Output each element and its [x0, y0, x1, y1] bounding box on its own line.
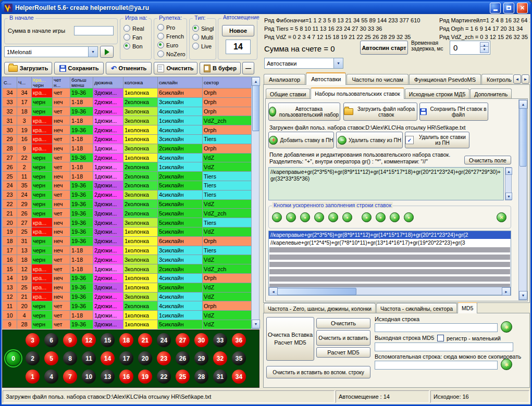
- roulette-number-18[interactable]: 18: [119, 333, 133, 347]
- preset-combobox[interactable]: 1Melonati ▼: [4, 46, 98, 57]
- roulette-number-6[interactable]: 6: [44, 333, 58, 347]
- roulette-number-22[interactable]: 22: [157, 370, 171, 384]
- list-item[interactable]: //карелевые+gr(1*2*4*5)+gr(7*8*10*11)+gr…: [269, 239, 511, 247]
- tab-Частота - сиклайны, сектора[interactable]: Частота - сиклайны, сектора: [376, 303, 457, 313]
- maximize-button[interactable]: [503, 3, 514, 14]
- roulette-number-19[interactable]: 19: [138, 370, 152, 384]
- title-bar[interactable]: HelperRoullet 5.6- create helperroullet@…: [2, 2, 530, 14]
- editor-scrollbar[interactable]: ▲ ▼: [505, 167, 512, 200]
- tab-Анализатор[interactable]: Анализатор: [264, 74, 305, 85]
- minimize-button[interactable]: [490, 3, 501, 14]
- roulette-number-21[interactable]: 21: [138, 333, 152, 347]
- md5-source-input[interactable]: [375, 323, 498, 332]
- roulette-number-25[interactable]: 25: [176, 370, 190, 384]
- quick-fill-button-5[interactable]: •: [328, 212, 338, 222]
- quick-fill-button-3[interactable]: •: [300, 212, 310, 222]
- quick-fill-button-1[interactable]: •: [272, 212, 282, 222]
- bet-set-editor[interactable]: //кареправые+gr(2*3*5*6)+gr(8*9*11*12)+g…: [268, 167, 504, 200]
- md5-clear-paste-aux-button[interactable]: Очистить и вставить во вспом. строку: [266, 366, 370, 378]
- roulette-number-11[interactable]: 11: [82, 351, 96, 365]
- content-scrollbar[interactable]: ▲ ▼: [518, 99, 527, 300]
- roulette-number-3[interactable]: 3: [26, 333, 40, 347]
- scrollbar-thumb[interactable]: [519, 108, 527, 167]
- table-row[interactable]: 289кра...неч1-181дюжи...3колонка2сиклайн…: [3, 144, 252, 153]
- roulette-number-17[interactable]: 17: [119, 351, 133, 365]
- roulette-number-30[interactable]: 30: [194, 333, 208, 347]
- table-row[interactable]: 1831черннеч19-363дюжи...1колонка6сиклайн…: [3, 236, 252, 246]
- roulette-number-8[interactable]: 8: [63, 351, 77, 365]
- table-row[interactable]: 1221кра...неч19-362дюжи...3колонка4сикла…: [3, 292, 252, 301]
- scroll-right-icon[interactable]: ►: [502, 287, 511, 296]
- load-button[interactable]: Загрузить: [4, 62, 52, 74]
- scrollbar-thumb[interactable]: [252, 85, 259, 131]
- tab-Автоставки[interactable]: Автоставки: [306, 72, 346, 85]
- table-row[interactable]: 2324чернчет19-362дюжи...3колонка4сиклайн…: [3, 190, 252, 199]
- roulette-number-16[interactable]: 16: [119, 370, 133, 384]
- table-row[interactable]: 1419кра...неч19-362дюжи...1колонка4сикла…: [3, 273, 252, 283]
- roulette-number-28[interactable]: 28: [194, 370, 208, 384]
- roulette-number-1[interactable]: 1: [26, 370, 40, 384]
- close-button[interactable]: ✕: [517, 3, 528, 14]
- table-row[interactable]: 262чернчет1-181дюжи...2колонка1сиклайнVd…: [3, 162, 252, 172]
- md5-aux-action-button[interactable]: ∗: [501, 359, 512, 370]
- md5-clear-paste-button[interactable]: Очистить и вставить: [316, 330, 370, 346]
- to-buffer-button[interactable]: В буфер: [200, 62, 241, 74]
- quick-fill-extra-button[interactable]: ✕: [497, 212, 506, 222]
- save-set-file-button[interactable]: Сохранить ПН ставок в файл: [419, 103, 488, 121]
- list-item[interactable]: //кареправые+gr(2*3*5*6)+gr(8*9*11*12)+g…: [269, 231, 511, 239]
- roulette-number-23[interactable]: 23: [157, 351, 171, 365]
- roulette-number-36[interactable]: 36: [232, 333, 246, 347]
- radio-singl[interactable]: Singl: [192, 24, 215, 33]
- quick-fill-button-4[interactable]: •: [314, 212, 324, 222]
- table-row[interactable]: 2511черннеч1-181дюжи...2колонка2сиклайнT…: [3, 172, 252, 181]
- scroll-up-icon[interactable]: ▲: [252, 77, 260, 86]
- table-row[interactable]: 2722чернчет19-362дюжи...1колонка4сиклайн…: [3, 153, 252, 162]
- table-row[interactable]: 104чернчет1-181дюжи...1колонка1сиклайнVd…: [3, 311, 252, 320]
- roulette-number-26[interactable]: 26: [176, 351, 190, 365]
- table-row[interactable]: 2027кра...неч19-363дюжи...3колонка5сикла…: [3, 218, 252, 227]
- quick-fill-button-8[interactable]: •: [376, 212, 386, 222]
- table-row[interactable]: 2916кра...чет1-182дюжи...1колонка3сиклай…: [3, 134, 252, 144]
- save-button[interactable]: Сохранить: [54, 62, 104, 74]
- quick-fill-button-10[interactable]: •: [404, 212, 414, 222]
- roulette-number-29[interactable]: 29: [194, 351, 208, 365]
- roulette-number-32[interactable]: 32: [213, 351, 227, 365]
- tab-Исходные строки МД5[interactable]: Исходные строки МД5: [405, 88, 470, 99]
- undo-button[interactable]: ↶ Отменить: [106, 62, 152, 74]
- table-row[interactable]: 1512кра...чет1-181дюжи...3колонка2сиклай…: [3, 264, 252, 274]
- table-row[interactable]: 2229черннеч19-363дюжи...2колонка5сиклайн…: [3, 199, 252, 209]
- roulette-number-14[interactable]: 14: [101, 351, 115, 365]
- roulette-number-0[interactable]: 0: [6, 351, 20, 365]
- md5-source-action-button[interactable]: ∗: [501, 321, 512, 333]
- scroll-up-icon[interactable]: ▲: [505, 168, 512, 175]
- roulette-number-5[interactable]: 5: [44, 351, 58, 365]
- radio-real[interactable]: Real: [123, 24, 150, 33]
- table-row[interactable]: 3218чернчет19-362дюжи...3колонка4сиклайн…: [3, 107, 252, 116]
- tab-Частота - Zero, шансы, дюжины, колонки[interactable]: Частота - Zero, шансы, дюжины, колонки: [264, 303, 376, 313]
- radio-euro[interactable]: Euro: [157, 41, 185, 49]
- collapse-button[interactable]: —: [242, 62, 254, 74]
- radio-nozero[interactable]: NoZero: [157, 49, 185, 58]
- spin-down-icon[interactable]: ▼: [480, 46, 489, 53]
- autostake-user-set-button[interactable]: II Автоставка пользовательский набор: [268, 103, 340, 121]
- roulette-number-27[interactable]: 27: [176, 333, 190, 347]
- radio-live[interactable]: Live: [192, 42, 215, 50]
- md5-output-input[interactable]: [375, 342, 513, 351]
- table-row[interactable]: 1325кра...неч19-363дюжи...1колонка5сикла…: [3, 283, 252, 292]
- register-checkbox[interactable]: [437, 335, 444, 341]
- play-button[interactable]: [100, 46, 114, 58]
- scroll-down-icon[interactable]: ▼: [519, 291, 527, 300]
- load-set-file-button[interactable]: Загрузить файл набора ставок: [343, 103, 417, 121]
- tab-MD5[interactable]: MD5: [457, 302, 477, 313]
- table-scrollbar[interactable]: ▲ ▼: [251, 77, 259, 329]
- chevron-down-icon[interactable]: ▼: [333, 58, 343, 68]
- table-row[interactable]: 2435черннеч19-363дюжи...2колонка5сиклайн…: [3, 181, 252, 190]
- roulette-number-4[interactable]: 4: [44, 370, 58, 384]
- radio-fan[interactable]: Fan: [123, 33, 150, 42]
- list-horizontal-scrollbar[interactable]: ◄ ►: [269, 287, 511, 295]
- tab-Функционал PsevdoMS[interactable]: Функционал PsevdoMS: [409, 74, 481, 85]
- roulette-number-7[interactable]: 7: [63, 370, 77, 384]
- table-row[interactable]: 313кра...неч1-181дюжи...3колонка1сиклайн…: [3, 116, 252, 125]
- delete-all-bets-button[interactable]: ✓ Удалить все ставки из ПН: [405, 132, 469, 148]
- radio-multi[interactable]: Multi: [192, 33, 215, 42]
